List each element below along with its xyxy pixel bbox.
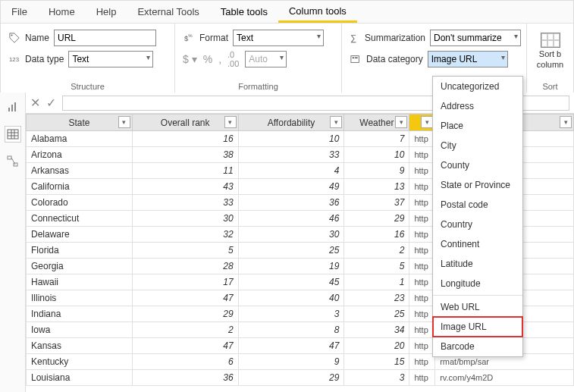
tab-help[interactable]: Help [86, 1, 127, 23]
cell[interactable]: 33 [238, 147, 344, 163]
cell[interactable]: 36 [132, 370, 238, 386]
column-header[interactable]: Affordability▾ [238, 114, 344, 131]
cell[interactable]: 34 [344, 322, 409, 338]
cell[interactable]: 16 [132, 131, 238, 147]
rail-data-view[interactable] [5, 126, 21, 143]
cell[interactable]: Kentucky [27, 354, 133, 370]
cell[interactable]: rv.com/y4m2D [435, 370, 574, 386]
cell[interactable]: Delaware [27, 227, 133, 243]
cell[interactable]: 6 [132, 354, 238, 370]
cell[interactable]: 1 [344, 274, 409, 290]
cell[interactable]: Indiana [27, 306, 133, 322]
cell[interactable]: 2 [132, 322, 238, 338]
cell[interactable]: 25 [238, 243, 344, 259]
dropdown-item[interactable]: State or Province [433, 175, 522, 195]
cell[interactable]: 25 [344, 306, 409, 322]
cell[interactable]: 10 [238, 131, 344, 147]
cell[interactable]: California [27, 179, 133, 195]
cell[interactable]: 5 [344, 259, 409, 274]
cell[interactable]: 36 [238, 195, 344, 211]
dropdown-item[interactable]: Address [433, 96, 522, 116]
comma-icon[interactable]: , [218, 53, 221, 65]
cell[interactable]: 28 [132, 259, 238, 274]
cell[interactable]: 4 [238, 163, 344, 179]
cell[interactable]: http [409, 131, 435, 147]
cell[interactable]: 11 [132, 163, 238, 179]
cell[interactable]: http [409, 259, 435, 274]
cell[interactable]: Florida [27, 243, 133, 259]
cell[interactable]: 30 [132, 211, 238, 227]
column-header[interactable]: Weather▾ [344, 114, 409, 131]
dropdown-item[interactable]: Barcode [433, 337, 522, 356]
cell[interactable]: Alabama [27, 131, 133, 147]
cell[interactable]: 3 [344, 370, 409, 386]
cell[interactable]: http [409, 243, 435, 259]
cell[interactable]: 30 [238, 227, 344, 243]
dropdown-item[interactable]: Continent [433, 234, 522, 254]
cell[interactable]: 2 [344, 243, 409, 259]
rail-model-view[interactable] [5, 153, 21, 170]
cell[interactable]: 5 [132, 243, 238, 259]
cell[interactable]: 16 [344, 227, 409, 243]
rail-report-view[interactable] [5, 99, 21, 115]
cell[interactable]: 8 [238, 322, 344, 338]
dropdown-item[interactable]: Latitude [433, 254, 522, 274]
name-input[interactable] [54, 30, 156, 46]
dropdown-item[interactable]: Uncategorized [433, 77, 522, 96]
dropdown-item[interactable]: Place [433, 116, 522, 136]
cell[interactable]: 7 [344, 131, 409, 147]
dropdown-item[interactable]: Postal code [433, 195, 522, 215]
filter-icon[interactable]: ▾ [224, 116, 237, 128]
cell[interactable]: Connecticut [27, 211, 133, 227]
tab-table-tools[interactable]: Table tools [210, 1, 278, 23]
cell[interactable]: 10 [344, 147, 409, 163]
cell[interactable]: 43 [132, 179, 238, 195]
cell[interactable]: 23 [344, 290, 409, 306]
filter-icon[interactable]: ▾ [118, 116, 130, 128]
cancel-icon[interactable]: ✕ [30, 96, 40, 110]
cell[interactable]: Iowa [27, 322, 133, 338]
cell[interactable]: 15 [344, 354, 409, 370]
dropdown-item[interactable]: Country [433, 215, 522, 234]
cell[interactable]: http [409, 211, 435, 227]
category-combo[interactable] [428, 51, 508, 67]
cell[interactable]: 20 [344, 338, 409, 354]
dropdown-item[interactable]: Longitude [433, 274, 522, 293]
cell[interactable]: http [409, 322, 435, 338]
tab-home[interactable]: Home [38, 1, 86, 23]
cell[interactable]: 29 [132, 306, 238, 322]
cell[interactable]: http [409, 274, 435, 290]
sort-by-column-button[interactable]: Sort b column [537, 30, 563, 69]
table-row[interactable]: Louisiana36293httprv.com/y4m2D [27, 370, 574, 386]
cell[interactable]: 33 [132, 195, 238, 211]
cell[interactable]: 9 [344, 163, 409, 179]
currency-icon[interactable]: $ ▾ [183, 53, 197, 65]
cell[interactable]: 49 [238, 179, 344, 195]
cell[interactable]: Colorado [27, 195, 133, 211]
cell[interactable]: 3 [238, 306, 344, 322]
cell[interactable]: 9 [238, 354, 344, 370]
tab-column-tools[interactable]: Column tools [278, 1, 357, 23]
cell[interactable]: Arkansas [27, 163, 133, 179]
cell[interactable]: 47 [132, 338, 238, 354]
cell[interactable]: http [409, 354, 435, 370]
format-combo[interactable] [233, 30, 324, 46]
cell[interactable]: 40 [238, 290, 344, 306]
datatype-combo[interactable] [68, 51, 153, 67]
cell[interactable]: http [409, 338, 435, 354]
cell[interactable]: 32 [132, 227, 238, 243]
cell[interactable]: Arizona [27, 147, 133, 163]
column-header[interactable]: Overall rank▾ [132, 114, 238, 131]
cell[interactable]: Hawaii [27, 274, 133, 290]
commit-icon[interactable]: ✓ [46, 96, 56, 110]
cell[interactable]: http [409, 147, 435, 163]
cell[interactable]: http [409, 227, 435, 243]
cell[interactable]: 46 [238, 211, 344, 227]
column-header-current[interactable]: ▾ [409, 114, 435, 131]
filter-icon[interactable]: ▾ [395, 116, 407, 128]
cell[interactable]: 47 [132, 290, 238, 306]
cell[interactable]: http [409, 370, 435, 386]
cell[interactable]: http [409, 290, 435, 306]
cell[interactable]: 37 [344, 195, 409, 211]
cell[interactable]: 13 [344, 179, 409, 195]
